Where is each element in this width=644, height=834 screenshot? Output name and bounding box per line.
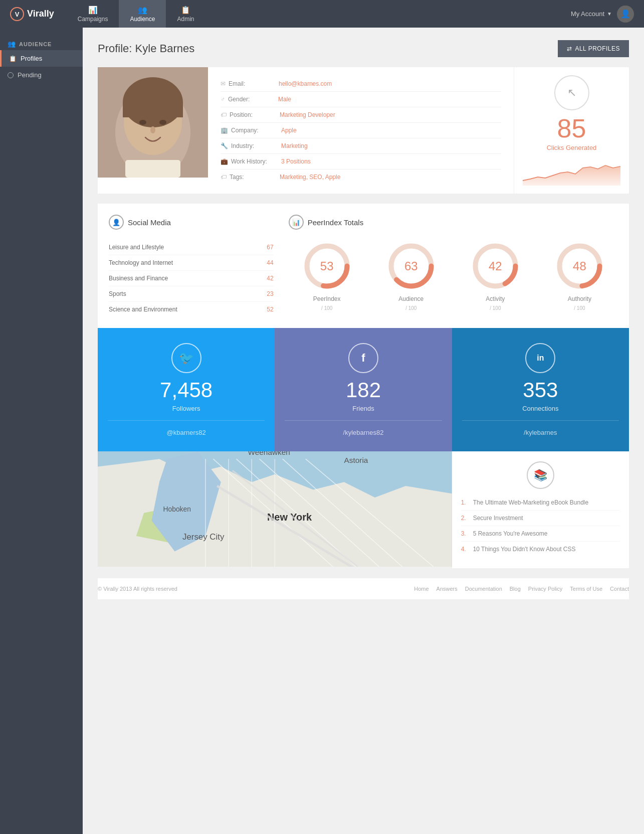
- main-content: Profile: Kyle Barnes ⇄ ALL PROFILES: [83, 28, 644, 834]
- content-item-1: 2. Secure Investment: [461, 511, 620, 526]
- profiles-list-icon: ⇄: [567, 45, 572, 52]
- footer-link-documentation[interactable]: Documentation: [465, 586, 502, 592]
- peerindex-sub-1: / 100: [405, 305, 416, 311]
- profile-stats-panel: ↖ 85 Clicks Generated: [514, 67, 629, 194]
- company-label: Company:: [231, 127, 281, 134]
- linkedin-connections-label: Connections: [522, 405, 558, 412]
- twitter-handle: @kbarners82: [167, 429, 206, 436]
- top-nav: V Virally 📊 Campaigns 👥 Audience 📋 Admin…: [0, 0, 644, 28]
- social-media-section: 👤 Social Media Leisure and Lifestyle 67 …: [109, 215, 274, 317]
- footer-links: Home Answers Documentation Blog Privacy …: [414, 586, 629, 592]
- svg-point-7: [139, 120, 146, 125]
- svg-rect-10: [125, 160, 180, 178]
- svg-text:Hoboken: Hoboken: [163, 505, 191, 513]
- clicks-label: Clicks Generated: [547, 144, 597, 151]
- peerindex-label-1: Audience: [398, 295, 423, 302]
- profile-photo: [98, 67, 208, 178]
- svg-text:Weehawken: Weehawken: [248, 451, 290, 456]
- score-1: 44: [267, 259, 273, 266]
- position-icon: 🏷: [221, 111, 227, 118]
- footer-link-privacy[interactable]: Privacy Policy: [528, 586, 562, 592]
- twitter-icon-circle: 🐦: [171, 343, 201, 373]
- sidebar-item-profiles[interactable]: 📋 Profiles: [0, 50, 83, 67]
- peerindex-sub-2: / 100: [490, 305, 501, 311]
- profile-row-work-history: 💼 Work History: 3 Positions: [221, 154, 501, 170]
- linkedin-icon-circle: in: [525, 343, 555, 373]
- peerindex-label-3: Authority: [568, 295, 591, 302]
- footer-link-terms[interactable]: Terms of Use: [570, 586, 602, 592]
- logo[interactable]: V Virally: [10, 7, 54, 21]
- facebook-card: f 182 Friends /kylebarnes82: [275, 328, 452, 451]
- footer-link-contact[interactable]: Contact: [610, 586, 629, 592]
- work-history-value[interactable]: 3 Positions: [281, 158, 311, 165]
- email-value[interactable]: hello@kbarnes.com: [279, 80, 332, 87]
- profiles-icon: 📋: [9, 55, 17, 62]
- profile-row-gender: ♂ Gender: Male: [221, 92, 501, 107]
- profile-row-position: 🏷 Position: Marketing Developer: [221, 107, 501, 123]
- campaigns-icon: 📊: [88, 6, 98, 15]
- gender-icon: ♂: [221, 96, 225, 103]
- peerindex-circle-2: 42 Activity / 100: [469, 240, 522, 311]
- twitter-card: 🐦 7,458 Followers @kbarners82: [98, 328, 275, 451]
- footer-copyright: © Virally 2013 All rights reserved: [98, 586, 177, 592]
- peerindex-circle-3: 48 Authority / 100: [553, 240, 606, 311]
- work-history-label: Work History:: [231, 158, 281, 165]
- tags-value: Marketing, SEO, Apple: [280, 174, 340, 181]
- nav-audience[interactable]: 👥 Audience: [119, 0, 166, 28]
- content-num-3: 4.: [461, 546, 469, 553]
- sidebar-section-audience: 👥 AUDIENCE: [0, 35, 83, 50]
- social-media-title: 👤 Social Media: [109, 215, 274, 230]
- peerindex-section: 📊 PeerIndex Totals 53: [289, 215, 618, 317]
- content-num-2: 3.: [461, 530, 469, 537]
- twitter-followers-label: Followers: [172, 405, 200, 412]
- social-row-0: Leisure and Lifestyle 67: [109, 240, 274, 255]
- svg-text:V: V: [15, 11, 20, 18]
- industry-value: Marketing: [281, 142, 308, 149]
- sidebar-item-pending[interactable]: Pending: [0, 67, 83, 83]
- nav-admin[interactable]: 📋 Admin: [166, 0, 205, 28]
- peerindex-label-0: PeerIndex: [313, 295, 341, 302]
- all-profiles-button[interactable]: ⇄ ALL PROFILES: [558, 40, 629, 57]
- peerindex-icon-circle: 📊: [289, 215, 304, 230]
- content-list: 1. The Ultimate Web-Marketing eBook Bund…: [461, 495, 620, 557]
- content-item-3: 4. 10 Things You Didn't Know About CSS: [461, 542, 620, 557]
- social-cards-grid: 🐦 7,458 Followers @kbarners82 f 182 Frie…: [98, 328, 629, 451]
- score-3: 23: [267, 290, 273, 297]
- footer-link-home[interactable]: Home: [414, 586, 428, 592]
- linkedin-handle: /kylebarnes: [524, 429, 557, 436]
- profile-row-company: 🏢 Company: Apple: [221, 123, 501, 138]
- svg-point-8: [159, 120, 166, 125]
- company-value: Apple: [281, 127, 297, 134]
- linkedin-card: in 353 Connections /kylebarnes: [452, 328, 629, 451]
- profile-row-email: ✉ Email: hello@kbarnes.com: [221, 76, 501, 92]
- twitter-follower-count: 7,458: [160, 380, 212, 401]
- content-item-0: 1. The Ultimate Web-Marketing eBook Bund…: [461, 495, 620, 511]
- page-title: Profile: Kyle Barnes: [98, 42, 194, 55]
- profile-info: ✉ Email: hello@kbarnes.com ♂ Gender: Mal…: [208, 67, 514, 194]
- position-label: Position:: [230, 111, 280, 118]
- nav-campaigns[interactable]: 📊 Campaigns: [67, 0, 119, 28]
- tags-icon: 🏷: [221, 174, 227, 181]
- industry-icon: 🔧: [221, 142, 228, 149]
- bottom-section: Jersey City New York Weehawken Astoria H…: [98, 451, 629, 568]
- page-header: Profile: Kyle Barnes ⇄ ALL PROFILES: [98, 40, 629, 57]
- facebook-icon-circle: f: [348, 343, 378, 373]
- footer-link-blog[interactable]: Blog: [510, 586, 521, 592]
- pending-icon: [8, 72, 14, 78]
- svg-point-9: [150, 126, 155, 133]
- content-icon-circle: 📚: [527, 461, 554, 489]
- content-num-1: 2.: [461, 515, 469, 522]
- peerindex-circle-1: 63 Audience / 100: [385, 240, 438, 311]
- score-2: 42: [267, 275, 273, 282]
- footer-link-answers[interactable]: Answers: [437, 586, 458, 592]
- tags-label: Tags:: [230, 174, 280, 181]
- social-row-1: Technology and Internet 44: [109, 255, 274, 271]
- position-value: Marketing Developer: [280, 111, 335, 118]
- peerindex-circle-0: 53 PeerIndex / 100: [301, 240, 353, 311]
- social-row-4: Science and Environment 52: [109, 302, 274, 317]
- admin-icon: 📋: [181, 6, 190, 15]
- avatar[interactable]: 👤: [617, 6, 634, 23]
- clicks-number: 85: [557, 115, 586, 141]
- my-account-button[interactable]: My Account ▼: [571, 10, 612, 18]
- peerindex-sub-3: / 100: [574, 305, 585, 311]
